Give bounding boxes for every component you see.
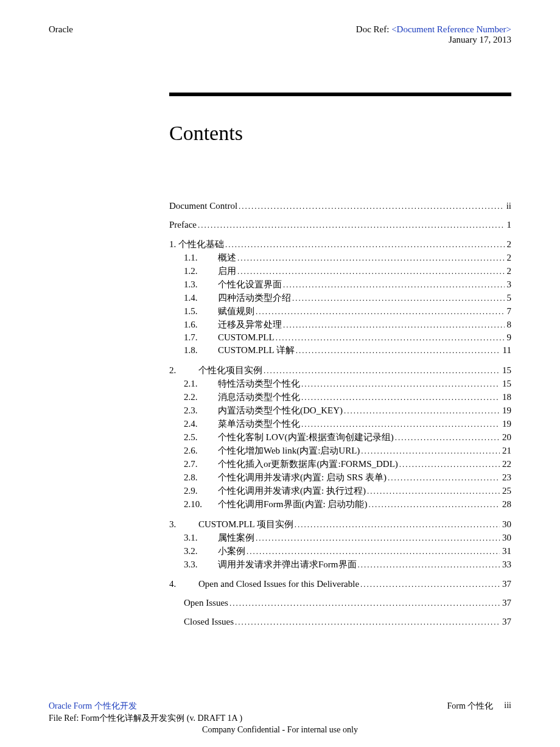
toc-label: 赋值规则 — [218, 306, 254, 317]
toc-number: 1.7. — [184, 332, 218, 343]
toc-leader-dots — [292, 293, 505, 303]
footer-right-group: Form 个性化 iii — [447, 701, 511, 712]
toc-page-number: 21 — [501, 446, 511, 456]
toc-number: 2.3. — [184, 405, 218, 416]
toc-page-number: 28 — [501, 499, 511, 510]
toc-entry: 3.CUSTOM.PLL 项目实例30 — [169, 519, 511, 530]
table-of-contents: Document ControliiPreface11. 个性化基础21.1.概… — [169, 201, 511, 627]
toc-label: 属性案例 — [218, 532, 254, 544]
toc-leader-dots — [395, 432, 500, 443]
toc-leader-dots — [276, 332, 505, 343]
toc-label: Open Issues — [184, 598, 228, 608]
footer-page-number: iii — [504, 701, 511, 712]
toc-leader-dots — [301, 379, 500, 389]
toc-leader-dots — [388, 472, 500, 483]
toc-number: 2.2. — [184, 392, 218, 402]
toc-label: Document Control — [169, 201, 237, 211]
toc-entry: 2.个性化项目实例15 — [169, 365, 511, 376]
toc-entry: 1. 个性化基础2 — [169, 239, 511, 250]
toc-number: 2.10. — [184, 499, 218, 510]
toc-page-number: 22 — [501, 459, 511, 469]
toc-number: 2. — [169, 365, 198, 376]
toc-leader-dots — [358, 559, 500, 570]
toc-entry: 2.10.个性化调用Form界面(内置: 启动功能)28 — [169, 499, 511, 510]
toc-label: 菜单活动类型个性化 — [218, 418, 300, 430]
toc-page-number: 15 — [501, 365, 511, 376]
toc-page-number: 18 — [501, 392, 511, 402]
toc-label: Preface — [169, 220, 197, 230]
toc-label: CUSTOM.PLL 详解 — [218, 345, 295, 356]
doc-ref-line: Doc Ref: <Document Reference Number> — [356, 24, 511, 35]
toc-number: 3.2. — [184, 546, 218, 556]
toc-leader-dots — [239, 201, 504, 211]
toc-label: Open and Closed Issues for this Delivera… — [198, 579, 359, 589]
toc-label: 内置活动类型个性化(DO_KEY) — [218, 405, 343, 416]
toc-entry: 2.7.个性化插入or更新数据库(内置:FORMS_DDL)22 — [169, 458, 511, 470]
footer-confidential: Company Confidential - For internal use … — [49, 725, 511, 735]
toc-leader-dots — [237, 253, 505, 263]
toc-page-number: 37 — [501, 598, 511, 608]
header-right: Doc Ref: <Document Reference Number> Jan… — [356, 24, 511, 45]
toc-leader-dots — [301, 419, 500, 429]
toc-number: 2.8. — [184, 472, 218, 483]
toc-leader-dots — [283, 320, 505, 330]
footer-left-link: Oracle Form 个性化开发 — [49, 701, 137, 712]
toc-page-number: 11 — [502, 345, 511, 356]
toc-label: 个性化调用Form界面(内置: 启动功能) — [218, 499, 367, 510]
toc-entry: 1.6.迁移及异常处理8 — [169, 319, 511, 331]
toc-entry: 3.3.调用并发请求并弹出请求Form界面33 — [169, 559, 511, 570]
toc-leader-dots — [235, 617, 500, 627]
toc-leader-dots — [368, 499, 500, 510]
toc-page-number: 30 — [501, 519, 511, 530]
toc-number: 2.7. — [184, 459, 218, 469]
toc-page-number: 2 — [506, 239, 512, 250]
toc-number: 3.3. — [184, 559, 218, 570]
title-rule — [169, 93, 511, 96]
footer-top-row: Oracle Form 个性化开发 Form 个性化 iii — [49, 701, 511, 712]
toc-number: 2.1. — [184, 379, 218, 389]
toc-number: 1.8. — [184, 345, 218, 356]
toc-label: 个性化插入or更新数据库(内置:FORMS_DDL) — [218, 458, 398, 470]
toc-label: 小案例 — [218, 545, 245, 557]
page-footer: Oracle Form 个性化开发 Form 个性化 iii File Ref:… — [49, 701, 511, 735]
toc-number: 2.5. — [184, 432, 218, 443]
toc-entry: 2.3.内置活动类型个性化(DO_KEY)19 — [169, 405, 511, 416]
toc-entry: 2.1.特性活动类型个性化15 — [169, 378, 511, 390]
toc-entry: Closed Issues37 — [169, 617, 511, 627]
toc-entry: 1.3.个性化设置界面3 — [169, 279, 511, 290]
toc-page-number: 5 — [506, 293, 512, 303]
toc-page-number: 7 — [506, 306, 512, 317]
footer-file-ref: File Ref: Form个性化详解及开发实例 (v. DRAFT 1A ) — [49, 713, 511, 724]
toc-entry: Document Controlii — [169, 201, 511, 211]
toc-label: 迁移及异常处理 — [218, 319, 282, 331]
toc-entry: 1.2.启用2 — [169, 265, 511, 277]
toc-leader-dots — [225, 239, 505, 250]
toc-page-number: 2 — [506, 253, 512, 263]
toc-leader-dots — [256, 306, 505, 317]
toc-page-number: 37 — [501, 579, 511, 589]
toc-entry: 1.4.四种活动类型介绍5 — [169, 292, 511, 304]
toc-label: 概述 — [218, 252, 236, 264]
toc-page-number: 33 — [501, 559, 511, 570]
toc-leader-dots — [360, 579, 500, 589]
toc-label: CUSTOM.PLL 项目实例 — [198, 519, 293, 530]
header-date: January 17, 2013 — [356, 35, 511, 45]
toc-label: 调用并发请求并弹出请求Form界面 — [218, 559, 357, 570]
toc-leader-dots — [301, 392, 500, 402]
toc-page-number: 20 — [501, 432, 511, 443]
toc-leader-dots — [229, 598, 500, 608]
toc-label: 消息活动类型个性化 — [218, 391, 300, 403]
toc-entry: 1.1.概述2 — [169, 252, 511, 264]
toc-label: 个性化设置界面 — [218, 279, 282, 290]
toc-leader-dots — [198, 220, 505, 230]
toc-page-number: 23 — [501, 472, 511, 483]
toc-page-number: 15 — [501, 379, 511, 389]
toc-leader-dots — [247, 546, 500, 556]
toc-page-number: 30 — [501, 533, 511, 543]
toc-entry: 2.2.消息活动类型个性化18 — [169, 391, 511, 403]
toc-leader-dots — [283, 279, 505, 290]
toc-label: 四种活动类型介绍 — [218, 292, 291, 304]
toc-entry: 3.2.小案例31 — [169, 545, 511, 557]
footer-right-label: Form 个性化 — [447, 701, 493, 712]
toc-label: 个性化增加Web link(内置:启动URL) — [218, 445, 360, 457]
